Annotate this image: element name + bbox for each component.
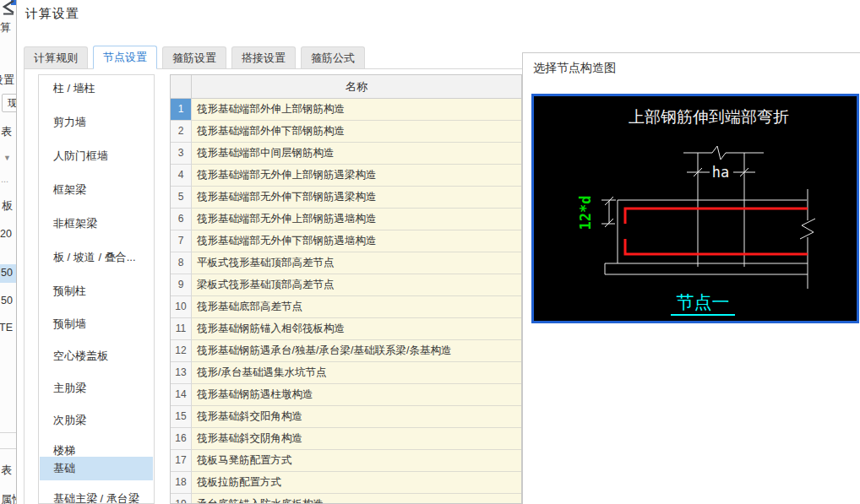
table-row-12[interactable]: 12筏形基础钢筋遇承台/独基/承台梁/基础联系梁/条基构造 (171, 340, 521, 362)
category-sidebar: 柱 / 墙柱剪力墙人防门框墙框架梁非框架梁板 / 坡道 / 叠合...预制柱预制… (38, 74, 155, 504)
partial-text-settings: 设置 (0, 73, 14, 88)
table-row-17[interactable]: 17筏板马凳筋配置方式 (171, 450, 521, 472)
tab-1[interactable]: 计算规则 (24, 46, 88, 68)
table-header-number-cell (171, 75, 192, 98)
sidebar-item-6[interactable]: 板 / 坡道 / 叠合... (40, 241, 153, 274)
table-row-15[interactable]: 15筏形基础斜交阳角构造 (171, 406, 521, 428)
row-name: 筏形基础端部无外伸下部钢筋遇梁构造 (192, 187, 521, 209)
row-number: 11 (171, 318, 192, 340)
table-row-10[interactable]: 10筏形基础底部高差节点 (171, 296, 521, 318)
table-row-3[interactable]: 3筏形基础端部中间层钢筋构造 (171, 143, 521, 165)
row-name: 筏形基础端部无外伸上部钢筋遇墙构造 (192, 209, 521, 230)
sidebar-item-2[interactable]: 剪力墙 (40, 106, 153, 139)
table-row-13[interactable]: 13筏形/承台基础遇集水坑节点 (171, 362, 521, 384)
sidebar-item-10[interactable]: 主肋梁 (40, 372, 153, 404)
sidebar-item-13[interactable]: 基础 (40, 457, 153, 480)
table-row-7[interactable]: 7筏形基础端部无外伸下部钢筋遇墙构造 (171, 230, 521, 252)
table-row-9[interactable]: 9梁板式筏形基础顶部高差节点 (171, 274, 521, 296)
row-number: 4 (171, 165, 192, 187)
ellipsis-text: ... (1, 174, 8, 184)
row-name: 承台底筋锚入防水底板构造 (192, 494, 521, 504)
partial-text-table2: 表 (1, 463, 12, 478)
row-name: 筏形基础端部外伸下部钢筋构造 (192, 121, 521, 143)
table-row-11[interactable]: 11筏形基础钢筋锚入相邻筏板构造 (171, 318, 521, 340)
row-number: 6 (171, 209, 192, 230)
tab-5[interactable]: 箍筋公式 (301, 46, 365, 68)
row-number: 8 (171, 252, 192, 274)
sidebar-item-14[interactable]: 基础主梁 / 承台梁 (40, 487, 153, 504)
sidebar-item-8[interactable]: 预制墙 (40, 307, 153, 340)
row-name: 筏形基础底部高差节点 (192, 296, 521, 318)
table-row-1[interactable]: 1筏形基础端部外伸上部钢筋构造 (171, 99, 521, 121)
table-row-16[interactable]: 16筏形基础斜交阴角构造 (171, 428, 521, 450)
sidebar-item-11[interactable]: 次肋梁 (40, 404, 153, 436)
strip-divider (0, 448, 16, 449)
tab-4[interactable]: 搭接设置 (231, 46, 296, 68)
row-number: 3 (171, 143, 192, 165)
panel-divider-top (522, 52, 860, 53)
table-row-4[interactable]: 4筏形基础端部无外伸上部钢筋遇梁构造 (171, 165, 521, 187)
row-number: 14 (171, 384, 192, 406)
row-number: 1 (171, 99, 192, 121)
row-number: 18 (171, 472, 192, 494)
sidebar-item-9[interactable]: 空心楼盖板 (40, 340, 153, 372)
diagram-panel-label: 选择节点构造图 (533, 61, 616, 76)
table-row-2[interactable]: 2筏形基础端部外伸下部钢筋构造 (171, 121, 521, 143)
table-row-5[interactable]: 5筏形基础端部无外伸下部钢筋遇梁构造 (171, 187, 521, 209)
row-number: 15 (171, 406, 192, 428)
partial-value-te: TE (0, 322, 13, 333)
row-number: 9 (171, 274, 192, 296)
sidebar-item-5[interactable]: 非框架梁 (40, 207, 153, 241)
row-name: 筏形基础端部中间层钢筋构造 (192, 143, 521, 165)
table-header-row: 名称 (171, 75, 521, 99)
node-table: 名称 1筏形基础端部外伸上部钢筋构造2筏形基础端部外伸下部钢筋构造3筏形基础端部… (170, 74, 522, 504)
row-name: 筏形基础斜交阴角构造 (192, 428, 521, 450)
sidebar-item-3[interactable]: 人防门框墙 (40, 139, 153, 173)
table-row-8[interactable]: 8平板式筏形基础顶部高差节点 (171, 252, 521, 274)
underlying-window-strip: 计算 设置 现 表 ▼ ... 板 20 50 50 TE 表 属性 (0, 0, 17, 504)
row-name: 筏形基础钢筋遇承台/独基/承台梁/基础联系梁/条基构造 (192, 340, 521, 362)
table-row-19[interactable]: 19承台底筋锚入防水底板构造 (171, 494, 521, 504)
sidebar-item-1[interactable]: 柱 / 墙柱 (40, 74, 153, 106)
row-name: 平板式筏形基础顶部高差节点 (192, 252, 521, 274)
app-logo-icon (0, 0, 16, 15)
row-name: 梁板式筏形基础顶部高差节点 (192, 274, 521, 296)
row-number: 19 (171, 494, 192, 504)
panel-divider-left (522, 52, 523, 504)
row-name: 筏形基础钢筋锚入相邻筏板构造 (192, 318, 521, 340)
partial-text-properties: 属性 (1, 492, 17, 504)
row-name: 筏板拉筋配置方式 (192, 472, 521, 494)
sidebar-item-4[interactable]: 框架梁 (40, 173, 153, 207)
row-name: 筏形基础端部无外伸下部钢筋遇墙构造 (192, 230, 521, 252)
tab-2[interactable]: 节点设置 (93, 46, 157, 69)
partial-button[interactable]: 现 (2, 94, 17, 112)
partial-text-table: 表 (1, 124, 12, 139)
row-name: 筏形/承台基础遇集水坑节点 (192, 362, 521, 384)
partial-value-50-selected: 50 (1, 267, 13, 279)
table-body: 1筏形基础端部外伸上部钢筋构造2筏形基础端部外伸下部钢筋构造3筏形基础端部中间层… (171, 99, 521, 504)
row-number: 12 (171, 340, 192, 362)
table-row-6[interactable]: 6筏形基础端部无外伸上部钢筋遇墙构造 (171, 209, 521, 230)
row-number: 5 (171, 187, 192, 209)
node-diagram-canvas[interactable]: 上部钢筋伸到端部弯折 ha 12*d 节点一 (531, 94, 859, 323)
tab-strip: 计算规则节点设置箍筋设置搭接设置箍筋公式 (24, 46, 365, 69)
partial-value-50: 50 (1, 295, 13, 306)
row-name: 筏形基础端部外伸上部钢筋构造 (192, 99, 521, 121)
row-number: 13 (171, 362, 192, 384)
partial-value-20: 20 (0, 228, 12, 240)
table-row-14[interactable]: 14筏形基础钢筋遇柱墩构造 (171, 384, 521, 406)
row-name: 筏形基础斜交阳角构造 (192, 406, 521, 428)
tab-content-border-left (24, 68, 24, 504)
row-number: 17 (171, 450, 192, 472)
partial-text-board: 板 (2, 198, 13, 214)
strip-divider (0, 432, 16, 433)
app-window: 计算 设置 现 表 ▼ ... 板 20 50 50 TE 表 属性 计算设置 … (0, 0, 860, 504)
table-row-18[interactable]: 18筏板拉筋配置方式 (171, 472, 521, 494)
sidebar-item-7[interactable]: 预制柱 (40, 274, 153, 307)
table-header-name: 名称 (192, 75, 521, 98)
tab-3[interactable]: 箍筋设置 (162, 46, 226, 68)
diagram-caption: 节点一 (677, 292, 730, 312)
row-number: 7 (171, 230, 192, 252)
dropdown-arrow-icon[interactable]: ▼ (3, 154, 11, 162)
row-number: 2 (171, 121, 192, 143)
